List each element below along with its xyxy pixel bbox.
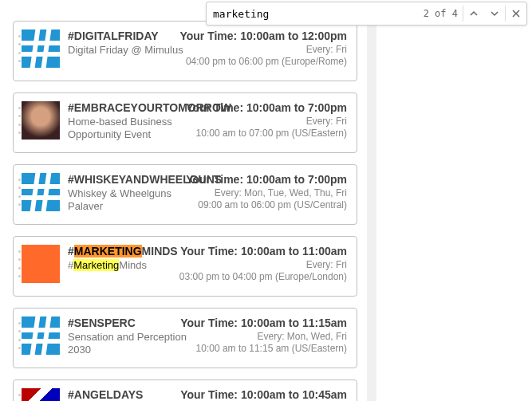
event-hashtag: #MARKETINGMINDS <box>68 245 187 258</box>
event-time-info: Your Time: 10:00am to 7:00pm Every: Fri … <box>186 101 347 139</box>
event-description: Digital Friday @ Mimulus <box>68 44 187 57</box>
event-card[interactable]: #MARKETINGMINDS #MarketingMinds Your Tim… <box>13 236 357 297</box>
event-avatar <box>22 173 60 211</box>
event-your-time: Your Time: 10:00am to 11:00am <box>179 245 347 258</box>
event-list: #DIGITALFRIDAY Digital Friday @ Mimulus … <box>0 16 367 401</box>
event-time-info: Your Time: 10:00am to 12:00pm Every: Fri… <box>179 29 347 67</box>
event-info: #ANGELDAYS <box>68 388 187 401</box>
event-description: Whiskey & Wheelguns Palaver <box>68 187 187 214</box>
chevron-down-icon <box>491 10 499 18</box>
event-description: Sensation and Perception 2030 <box>68 331 187 357</box>
event-time-info: Your Time: 10:00am to 11:00am Every: Fri… <box>179 245 347 282</box>
event-info: #WHISKEYANDWHEELGUNS Whiskey & Wheelguns… <box>68 173 187 216</box>
event-card[interactable]: #WHISKEYANDWHEELGUNS Whiskey & Wheelguns… <box>13 164 357 225</box>
event-your-time: Your Time: 10:00am to 7:00pm <box>186 101 347 114</box>
event-time-info: Your Time: 10:00am to 10:45am <box>180 388 347 401</box>
event-local-time: 03:00 pm to 04:00 pm (Europe/London) <box>179 271 347 282</box>
event-avatar <box>22 29 60 68</box>
prev-match-button[interactable] <box>463 3 484 24</box>
event-recurrence: Every: Fri <box>179 44 347 55</box>
event-your-time: Your Time: 10:00am to 7:00pm <box>186 173 347 186</box>
drag-handle[interactable] <box>15 245 23 283</box>
event-your-time: Your Time: 10:00am to 12:00pm <box>179 29 347 42</box>
event-time-info: Your Time: 10:00am to 11:15am Every: Mon… <box>180 316 347 354</box>
event-recurrence: Every: Mon, Wed, Fri <box>180 331 347 342</box>
drag-handle[interactable] <box>15 388 23 401</box>
event-hashtag: #DIGITALFRIDAY <box>68 29 187 42</box>
chevron-up-icon <box>470 10 478 18</box>
event-local-time: 10:00 am to 11:15 am (US/Eastern) <box>180 343 347 354</box>
close-icon <box>512 10 520 18</box>
event-info: #SENSPERC Sensation and Perception 2030 <box>68 316 187 360</box>
event-hashtag: #SENSPERC <box>68 316 187 329</box>
event-card[interactable]: #EMBRACEYOURTOMORROW Home-based Business… <box>13 92 357 153</box>
search-input[interactable] <box>207 5 419 23</box>
event-hashtag: #WHISKEYANDWHEELGUNS <box>68 173 187 186</box>
event-your-time: Your Time: 10:00am to 10:45am <box>180 388 347 401</box>
event-card[interactable]: #SENSPERC Sensation and Perception 2030 … <box>13 308 357 368</box>
event-time-info: Your Time: 10:00am to 7:00pm Every: Mon,… <box>186 173 347 210</box>
event-description: #MarketingMinds <box>68 259 187 272</box>
next-match-button[interactable] <box>484 3 505 24</box>
search-highlight: Marketing <box>73 259 119 271</box>
drag-handle[interactable] <box>15 101 23 140</box>
event-hashtag: #EMBRACEYOURTOMORROW <box>68 101 187 114</box>
event-info: #MARKETINGMINDS #MarketingMinds <box>68 245 187 288</box>
event-avatar <box>22 388 60 401</box>
event-local-time: 09:00 am to 06:00 pm (US/Central) <box>186 199 347 210</box>
event-recurrence: Every: Fri <box>186 116 347 127</box>
event-card[interactable]: #ANGELDAYS Your Time: 10:00am to 10:45am <box>13 379 357 401</box>
event-card[interactable]: #DIGITALFRIDAY Digital Friday @ Mimulus … <box>13 21 357 81</box>
scrollbar[interactable] <box>367 16 376 401</box>
close-search-button[interactable] <box>506 3 526 24</box>
find-bar: 2 of 4 <box>206 2 527 26</box>
event-local-time: 04:00 pm to 06:00 pm (Europe/Rome) <box>179 56 347 67</box>
event-info: #EMBRACEYOURTOMORROW Home-based Business… <box>68 101 187 144</box>
search-highlight: MARKETING <box>74 245 142 258</box>
event-your-time: Your Time: 10:00am to 11:15am <box>180 316 347 329</box>
event-avatar <box>22 316 60 355</box>
search-result-count: 2 of 4 <box>419 8 463 19</box>
event-info: #DIGITALFRIDAY Digital Friday @ Mimulus <box>68 29 187 73</box>
event-recurrence: Every: Mon, Tue, Wed, Thu, Fri <box>186 187 347 199</box>
event-recurrence: Every: Fri <box>179 259 347 270</box>
event-local-time: 10:00 am to 07:00 pm (US/Eastern) <box>186 128 347 139</box>
event-avatar <box>22 245 60 283</box>
event-description: Home-based Business Opportunity Event <box>68 116 187 142</box>
event-avatar <box>22 101 60 140</box>
event-hashtag: #ANGELDAYS <box>68 388 187 401</box>
